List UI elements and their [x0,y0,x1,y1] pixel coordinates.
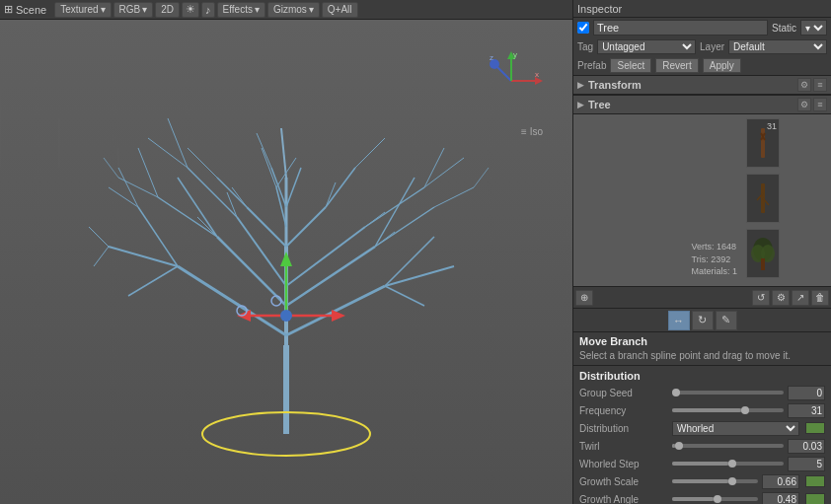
free-hand-btn[interactable]: ✎ [716,311,737,330]
growth-angle-value[interactable] [762,492,799,505]
twirl-slider[interactable] [672,444,784,448]
distribution-title: Distribution [573,366,831,384]
distribution-select[interactable]: Whorled Random Alternating Opposite [672,421,799,436]
svg-line-41 [178,178,217,237]
group-seed-value[interactable] [788,386,825,400]
shading-dropdown[interactable]: Textured ▾ [54,2,111,18]
prefab-select-btn[interactable]: Select [610,58,651,73]
svg-line-62 [424,158,464,187]
prefab-apply-btn[interactable]: Apply [703,58,741,73]
layer-label: Layer [700,41,724,52]
settings-btn[interactable]: ⚙ [772,290,790,306]
svg-rect-111 [761,258,765,270]
whorled-step-row: Whorled Step [573,455,831,472]
tree-arrow-icon: ▶ [577,100,584,109]
tree-more-icon[interactable]: ≡ [813,98,827,111]
transform-section-header[interactable]: ▶ Transform ⚙ ≡ [573,75,831,95]
object-name-input[interactable] [593,20,768,36]
tag-label: Tag [577,41,593,52]
static-dropdown[interactable]: ▾ [800,20,827,36]
export-btn[interactable]: ↗ [792,290,809,306]
svg-text:x: x [535,70,539,79]
z-axis-handle [280,310,292,322]
thumbnail-3[interactable] [746,229,780,278]
twirl-value[interactable] [788,439,825,454]
search-btn[interactable]: Q+All [322,2,358,18]
transform-more-icon[interactable]: ≡ [813,78,827,92]
svg-line-40 [158,197,217,237]
svg-line-35 [178,266,286,335]
component-toolbar: ⊕ ↺ ⚙ ↗ 🗑 [573,287,831,309]
svg-line-79 [375,232,395,247]
effects-dropdown[interactable]: Effects ▾ [217,2,265,18]
growth-scale-row: Growth Scale [573,472,831,490]
distribution-color [805,422,825,434]
add-node-btn[interactable]: ⊕ [575,290,593,306]
trash-btn[interactable]: 🗑 [811,290,829,306]
whorled-step-slider[interactable] [672,462,784,466]
growth-scale-color [805,475,825,487]
tree-component-icons: ⚙ ≡ [797,98,827,111]
tree-svg [79,49,493,473]
active-toggle[interactable] [577,22,589,34]
svg-line-51 [118,168,138,207]
svg-line-75 [286,168,301,207]
move-branch-btn[interactable]: ↔ [668,311,690,330]
color-mode-dropdown[interactable]: RGB ▾ [113,2,154,18]
frequency-slider[interactable] [672,408,784,412]
svg-line-81 [232,187,247,207]
inspector-header: Inspector [573,0,831,18]
rotation-gizmo[interactable]: z x y [478,47,545,114]
svg-line-73 [271,168,286,207]
growth-scale-slider[interactable] [672,479,758,483]
svg-line-93 [497,67,511,81]
whorled-step-value[interactable] [788,457,825,471]
rotate-branch-btn[interactable]: ↻ [692,311,714,330]
audio-icon-btn[interactable]: ♪ [201,2,215,18]
distribution-section: Distribution Group Seed Frequency Distri… [573,366,831,504]
distribution-row: Distribution Whorled Random Alternating … [573,419,831,437]
dimension-toggle[interactable]: 2D [155,2,180,18]
move-branch-desc: Select a branch spline point and drag to… [579,349,825,362]
refresh-btn[interactable]: ↺ [752,290,770,306]
scene-title: ⊞ Scene [4,3,46,16]
tree-settings-icon[interactable]: ⚙ [797,98,811,111]
tree-component-title: Tree [588,99,793,110]
group-seed-slider[interactable] [672,391,784,395]
frequency-value[interactable] [788,403,825,418]
comp-tool-right: ↺ ⚙ ↗ 🗑 [752,290,829,306]
growth-angle-slider[interactable] [672,497,758,501]
thumbnail-1[interactable]: 31 [746,118,780,168]
move-branch-title: Move Branch [579,335,825,347]
tag-select[interactable]: Untagged [597,39,696,54]
svg-line-58 [375,178,415,247]
static-label: Static [772,23,796,34]
tree-component-header[interactable]: ▶ Tree ⚙ ≡ [573,95,831,114]
transform-settings-icon[interactable]: ⚙ [797,78,811,92]
gizmos-dropdown[interactable]: Gizmos ▾ [267,2,320,18]
scene-view: ⊞ Scene Textured ▾ RGB ▾ 2D ☀ ♪ Effects … [0,0,572,504]
transform-arrow-icon: ▶ [577,80,584,90]
svg-text:z: z [490,53,493,62]
svg-line-76 [197,217,217,237]
svg-line-61 [365,187,424,227]
layer-select[interactable]: Default [728,39,827,54]
svg-line-63 [424,148,444,187]
svg-line-71 [262,148,276,187]
svg-line-52 [286,286,385,335]
light-icon-btn[interactable]: ☀ [182,2,199,18]
scene-viewport[interactable]: z x y ≡ Iso [0,20,572,504]
svg-line-83 [474,168,489,187]
inspector-panel: Inspector Static ▾ Tag Untagged Layer De… [572,0,831,504]
svg-line-55 [385,286,424,306]
growth-scale-value[interactable] [762,474,799,489]
tree-thumbnails-area: 31 Verts: 1648 Tris: 2392 Materials: 1 [573,114,831,287]
transform-title: Transform [588,79,793,91]
svg-line-59 [434,187,474,207]
thumbnail-2[interactable] [746,174,780,223]
svg-line-82 [104,158,118,178]
scene-toolbar: ⊞ Scene Textured ▾ RGB ▾ 2D ☀ ♪ Effects … [0,0,572,20]
growth-angle-label: Growth Angle [579,494,668,505]
twirl-row: Twirl [573,437,831,455]
prefab-revert-btn[interactable]: Revert [655,58,698,73]
